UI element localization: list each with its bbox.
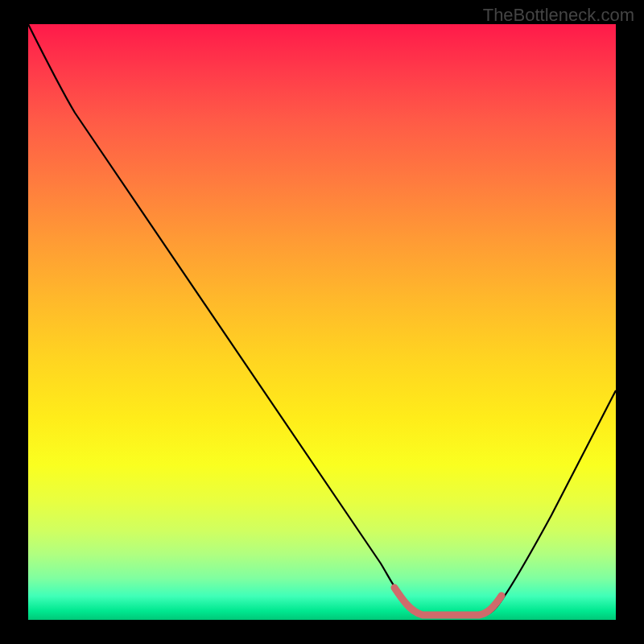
watermark-text: TheBottleneck.com bbox=[483, 5, 634, 26]
chart-svg bbox=[28, 24, 616, 620]
chart-plot-area bbox=[28, 24, 616, 620]
highlight-curve-path bbox=[394, 588, 502, 615]
main-curve-path bbox=[28, 24, 616, 617]
